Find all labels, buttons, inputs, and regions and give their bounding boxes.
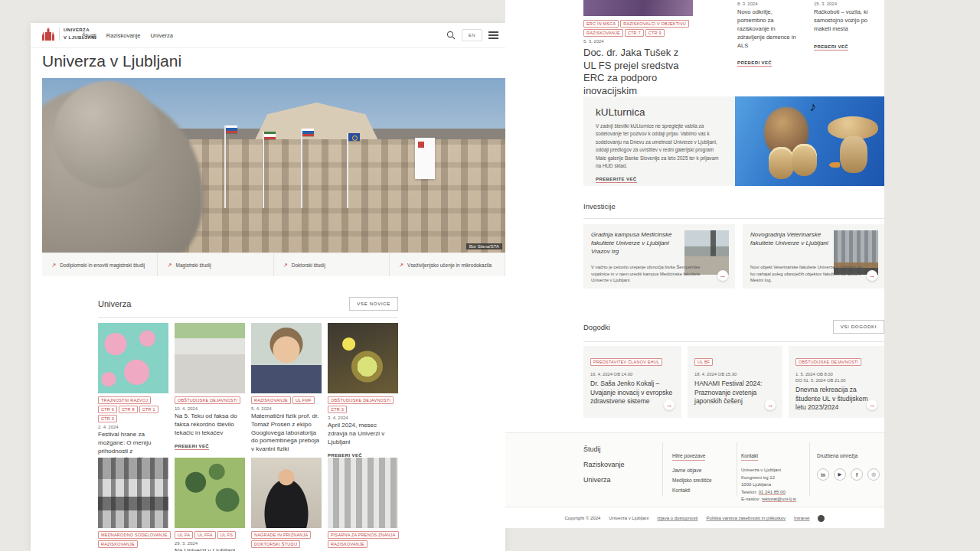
language-button[interactable]: EN [462,29,482,41]
cookie-settings-icon[interactable] [818,515,825,522]
nav-studij[interactable]: Študij [82,32,96,39]
facebook-icon[interactable]: f [851,468,863,481]
arrow-right-icon[interactable]: → [867,399,877,410]
news-title[interactable]: Na 5. Teku od faksa do faksa rekordno št… [175,412,245,437]
privacy-policy-link[interactable]: Politika varstva zasebnosti in piškotkov [706,516,786,520]
event-card[interactable]: UL BF 18. 4. 2024 OB 15.30 HANAMI Festiv… [688,346,782,418]
quicklink-magistrski[interactable]: ↗Magistrski študij [158,253,273,276]
tag[interactable]: NAGRADE IN PRIZNANJA [251,531,311,539]
contact-phone[interactable]: 01 241 85 00 [759,490,786,495]
linkedin-icon[interactable]: in [817,468,829,481]
accessibility-statement-link[interactable]: Izjava o dostopnosti [657,516,697,520]
tag[interactable]: RAZISKOVANJE [583,29,623,37]
arrow-up-right-icon: ↗ [283,262,288,269]
footer-nav-raziskovanje[interactable]: Raziskovanje [583,461,625,468]
tag[interactable]: CTR 9 [645,29,665,37]
footer-link-medijsko-sredisce[interactable]: Medijsko središče [672,478,712,483]
news-title[interactable]: April 2024, mesec zdravja na Univerzi v … [328,422,398,446]
site-footer: Študij Raziskovanje Univerza Hitre povez… [505,432,884,507]
article-title[interactable]: Račkoboti – vozila, ki samostojno vozijo… [814,8,884,34]
investment-card[interactable]: Novogradnja Veterinarske fakultete Unive… [743,224,884,289]
tag[interactable]: RAZISKOVANJE [98,540,138,548]
tag[interactable]: CTR 7 [625,29,644,37]
tag[interactable]: CTR 1 [139,406,158,413]
page-title: Univerza v Ljubljani [42,52,181,70]
all-events-button[interactable]: VSI DOGODKI [833,320,884,334]
footer-link-javne-objave[interactable]: Javne objave [672,468,712,473]
tag[interactable]: OBŠTUDIJSKE DEJAVNOSTI [175,396,240,404]
tag[interactable]: CTR 3 [328,406,347,413]
instagram-icon[interactable]: ◎ [867,468,880,481]
tag[interactable]: UL FMF [292,396,315,404]
all-news-button[interactable]: VSE NOVICE [349,297,398,311]
article-card[interactable]: 15. 3. 2024 Račkoboti – vozila, ki samos… [814,2,884,51]
event-title[interactable]: HANAMI Festival 2024: Praznovanje cveten… [694,380,776,406]
events-section-header: Dogodki VSI DOGODKI [583,320,884,334]
flagpole [301,129,302,208]
footer-university-name: Univerza v Ljubljani [609,516,648,520]
read-more-link[interactable]: PREBERI VEČ [737,60,772,67]
tag[interactable]: RAZISKOVALCI V OBJEKTIVU [620,20,689,28]
tag[interactable]: ERC IN MSCA [583,20,619,28]
tag[interactable]: UL BF [694,358,713,366]
youtube-icon[interactable]: ▶ [834,468,846,481]
logo-divider [59,28,60,41]
tag[interactable]: UL FFA [194,531,216,539]
tag[interactable]: UL FS [217,531,236,539]
arrow-right-icon[interactable]: → [765,399,776,410]
search-icon[interactable] [446,31,456,40]
news-card[interactable]: NAGRADE IN PRIZNANJA DOKTORSKI ŠTUDIJ 5.… [251,458,322,551]
footer-nav-univerza[interactable]: Univerza [583,476,625,484]
arrow-right-icon[interactable]: → [664,399,675,410]
event-title[interactable]: Dr. Saša Jenko Kokalj – Uvajanje inovaci… [590,380,675,406]
trumpet-icon [829,162,840,168]
event-card[interactable]: OBŠTUDIJSKE DEJAVNOSTI 1. 5. 2024 OB 8.0… [789,346,884,418]
investment-title[interactable]: Gradnja kampusa Medicinske fakultete Uni… [591,231,681,256]
article-card[interactable]: 8. 3. 2024 Novo odkritje, pomembno za ra… [737,2,802,67]
event-title[interactable]: Dnevna rekreacija za študente UL v študi… [795,386,877,412]
read-more-link[interactable]: PREBERI VEČ [814,44,848,51]
nav-univerza[interactable]: Univerza [150,32,173,39]
hamburger-menu-icon[interactable] [488,31,498,39]
tag[interactable]: TRAJNOSTNI RAZVOJ [98,396,151,404]
tag[interactable]: CTR 8 [119,406,138,413]
investment-title[interactable]: Novogradnja Veterinarske fakultete Unive… [750,231,841,248]
tag[interactable]: OBŠTUDIJSKE DEJAVNOSTI [795,358,861,366]
footer-nav-studij[interactable]: Študij [583,445,625,453]
quicklink-vsezivljenjsko[interactable]: ↗Vseživljenjsko učenje in mikrodokazila [390,253,505,276]
news-card[interactable]: PISARNA ZA PRENOS ZNANJA RAZISKOVANJE 5.… [328,458,398,551]
news-title[interactable]: Matematični fizik prof. dr. Tomaž Prosen… [251,412,322,454]
intranet-link[interactable]: Intranet [794,516,809,520]
tag[interactable]: RAZISKOVANJE [328,540,368,548]
article-date: 8. 3. 2024 [737,2,802,6]
news-title[interactable]: Na Univerzi v Ljubljani [175,547,245,551]
tag[interactable]: PISARNA ZA PRENOS ZNANJA [328,531,399,539]
footer-link-kontakti[interactable]: Kontakti [672,487,712,493]
news-card[interactable]: UL FA UL FFA UL FS 29. 3. 2024 Na Univer… [175,458,245,551]
investment-card[interactable]: Gradnja kampusa Medicinske fakultete Uni… [583,224,735,289]
kulturnica-text: V zadnji številki kULturnice ne spreglej… [596,122,723,170]
tag[interactable]: UL FA [175,531,193,539]
event-card[interactable]: PREDSTAVITEV ČLANOV EHUL 16. 4. 2024 OB … [583,346,681,418]
tag[interactable]: PREDSTAVITEV ČLANOV EHUL [590,358,662,366]
quicklink-doktorski[interactable]: ↗Doktorski študij [274,253,390,276]
tag[interactable]: OBŠTUDIJSKE DEJAVNOSTI [328,396,394,404]
tag-list: PISARNA ZA PRENOS ZNANJA RAZISKOVANJE [328,531,398,548]
read-more-link[interactable]: PREBERITE VEČ [596,177,637,183]
arrow-right-icon[interactable]: → [717,270,728,281]
nav-raziskovanje[interactable]: Raziskovanje [106,32,141,39]
tag[interactable]: DOKTORSKI ŠTUDIJ [251,540,300,548]
contact-email[interactable]: rektorat@uni-lj.si [762,497,796,502]
read-more-link[interactable]: PREBERI VEČ [175,444,209,450]
news-card[interactable]: MEDNARODNO SODELOVANJE RAZISKOVANJE 26. … [98,458,168,551]
flagpole [263,132,264,208]
tag[interactable]: MEDNARODNO SODELOVANJE [98,531,171,539]
tag[interactable]: CTR 6 [98,406,117,413]
quicklink-label: Vseživljenjsko učenje in mikrodokazila [407,262,492,268]
kulturnica-heading: kULturnica [596,106,723,118]
tag[interactable]: CTR 3 [98,415,117,422]
arrow-right-icon[interactable]: → [867,270,877,281]
article-title[interactable]: Novo odkritje, pomembno za raziskovanje … [737,8,802,50]
quicklink-dodiplomski[interactable]: ↗Dodiplomski in enoviti magistrski študi… [42,253,158,276]
tag[interactable]: RAZISKOVANJE [251,396,291,404]
